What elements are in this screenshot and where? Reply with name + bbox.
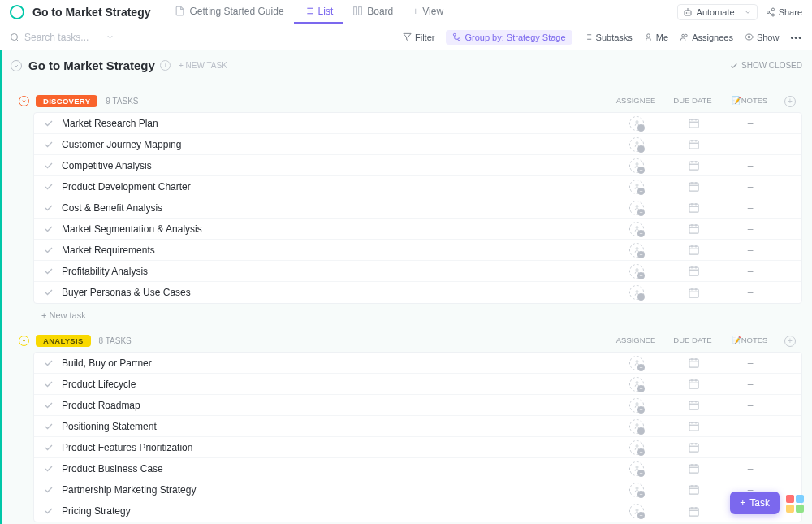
task-row[interactable]: Profitability Analysis+– — [34, 261, 801, 282]
assignee-cell[interactable]: + — [608, 356, 665, 370]
notes-cell[interactable]: – — [722, 202, 779, 214]
new-task-link[interactable]: + New task — [2, 304, 812, 320]
due-date-cell[interactable] — [665, 399, 722, 411]
collapse-list-button[interactable] — [11, 60, 22, 71]
due-date-cell[interactable] — [665, 483, 722, 496]
notes-cell[interactable]: – — [722, 400, 779, 411]
tab-getting-started[interactable]: Getting Started Guide — [165, 0, 293, 24]
notes-cell[interactable]: – — [722, 463, 779, 474]
task-row[interactable]: Customer Journey Mapping+– — [34, 134, 801, 155]
due-date-cell[interactable] — [665, 420, 722, 432]
notes-cell[interactable]: – — [722, 118, 779, 129]
task-row[interactable]: Pricing Strategy+– — [34, 500, 801, 522]
filter-button[interactable]: Filter — [403, 32, 434, 42]
assignee-cell[interactable]: + — [608, 440, 665, 455]
due-date-cell[interactable] — [665, 265, 722, 277]
group-badge[interactable]: DISCOVERY — [36, 95, 97, 107]
collapse-group-button[interactable] — [19, 96, 29, 106]
show-closed-button[interactable]: SHOW CLOSED — [730, 61, 802, 70]
assignee-cell[interactable]: + — [608, 180, 665, 194]
tab-list[interactable]: List — [294, 0, 343, 24]
apps-button[interactable] — [786, 495, 804, 513]
add-column[interactable]: + — [778, 336, 802, 347]
due-date-cell[interactable] — [665, 223, 722, 235]
assignee-cell[interactable]: + — [608, 285, 665, 300]
task-row[interactable]: Product Business Case+– — [34, 458, 801, 479]
chevron-down-icon[interactable] — [106, 32, 114, 41]
assignee-cell[interactable]: + — [608, 137, 665, 152]
due-date-cell[interactable] — [665, 138, 722, 150]
notes-cell[interactable]: – — [722, 139, 779, 150]
notes-cell[interactable]: – — [722, 181, 779, 193]
add-column[interactable]: + — [778, 96, 802, 107]
assignee-cell[interactable]: + — [608, 504, 665, 518]
assignee-cell[interactable]: + — [608, 158, 665, 173]
task-row[interactable]: Competitive Analysis+– — [34, 155, 801, 176]
task-row[interactable]: Product Roadmap+– — [34, 395, 801, 416]
show-button[interactable]: Show — [745, 32, 780, 42]
assignee-cell[interactable]: + — [608, 377, 665, 392]
automate-button[interactable]: Automate — [677, 4, 758, 20]
due-date-cell[interactable] — [665, 287, 722, 299]
notes-cell[interactable]: – — [722, 160, 779, 171]
task-row[interactable]: Product Features Prioritization+– — [34, 437, 801, 458]
assignee-cell[interactable]: + — [608, 264, 665, 279]
share-button[interactable]: Share — [766, 7, 802, 17]
more-options-button[interactable]: ••• — [790, 32, 802, 42]
due-date-cell[interactable] — [665, 159, 722, 171]
due-date-cell[interactable] — [665, 117, 722, 129]
task-row[interactable]: Positioning Statement+– — [34, 416, 801, 437]
notes-cell[interactable]: – — [722, 266, 779, 277]
task-row[interactable]: Product Development Charter+– — [34, 176, 801, 197]
notes-cell[interactable]: – — [722, 442, 779, 453]
assignees-button[interactable]: Assignees — [680, 32, 733, 42]
search-input[interactable] — [24, 32, 97, 43]
due-date-cell[interactable] — [665, 357, 722, 369]
info-icon[interactable]: i — [160, 60, 171, 71]
tab-board[interactable]: Board — [343, 0, 403, 24]
new-task-button[interactable]: + NEW TASK — [179, 61, 227, 70]
assignee-cell[interactable]: + — [608, 116, 665, 131]
collapse-group-button[interactable] — [19, 336, 29, 346]
notes-cell[interactable]: – — [722, 223, 779, 235]
notes-cell[interactable]: – — [722, 245, 779, 256]
due-date-cell[interactable] — [665, 180, 722, 193]
group-by-button[interactable]: Group by: Strategy Stage — [446, 30, 572, 45]
assignee-cell[interactable]: + — [608, 243, 665, 258]
due-date-cell[interactable] — [665, 201, 722, 214]
notes-cell[interactable]: – — [722, 421, 779, 432]
calendar-icon — [688, 505, 700, 518]
subtasks-button[interactable]: Subtasks — [584, 32, 633, 42]
task-row[interactable]: Buyer Personas & Use Cases+– — [34, 282, 801, 303]
assignee-cell[interactable]: + — [608, 461, 665, 476]
workspace-logo[interactable] — [10, 5, 24, 19]
assignee-cell[interactable]: + — [608, 483, 665, 497]
group-icon — [452, 32, 461, 41]
svg-rect-77 — [689, 380, 698, 388]
assignee-cell[interactable]: + — [608, 222, 665, 236]
notes-cell[interactable]: – — [722, 357, 779, 369]
notes-cell[interactable]: – — [722, 287, 779, 298]
task-row[interactable]: Market Segmentation & Analysis+– — [34, 219, 801, 240]
task-row[interactable]: Product Lifecycle+– — [34, 374, 801, 395]
due-date-cell[interactable] — [665, 378, 722, 390]
group-badge[interactable]: ANALYSIS — [36, 335, 91, 347]
tab-add-view[interactable]: + View — [403, 0, 453, 24]
calendar-icon — [688, 420, 700, 432]
due-date-cell[interactable] — [665, 244, 722, 256]
new-task-floating-button[interactable]: + Task — [730, 492, 780, 514]
task-row[interactable]: Partnership Marketing Strategy+– — [34, 479, 801, 500]
assignee-cell[interactable]: + — [608, 398, 665, 413]
due-date-cell[interactable] — [665, 441, 722, 453]
due-date-cell[interactable] — [665, 462, 722, 474]
assignee-cell[interactable]: + — [608, 201, 665, 215]
due-date-cell[interactable] — [665, 505, 722, 518]
task-row[interactable]: Market Requirements+– — [34, 240, 801, 261]
task-row[interactable]: Market Research Plan+– — [34, 113, 801, 134]
me-button[interactable]: Me — [644, 32, 668, 42]
assignee-cell[interactable]: + — [608, 419, 665, 434]
assign-user-icon: + — [629, 222, 644, 236]
task-row[interactable]: Build, Buy or Partner+– — [34, 353, 801, 374]
task-row[interactable]: Cost & Benefit Analysis+– — [34, 197, 801, 219]
notes-cell[interactable]: – — [722, 379, 779, 390]
